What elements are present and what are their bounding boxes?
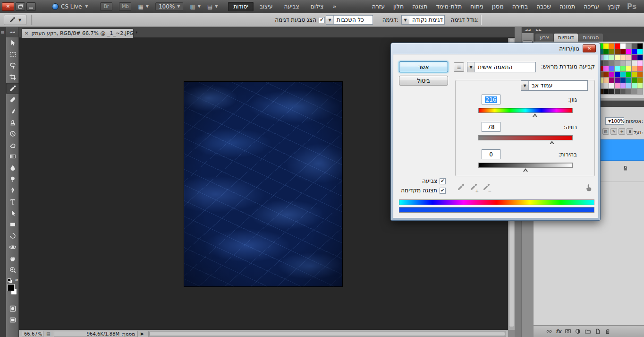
eyedropper-sample-icon[interactable] <box>457 183 466 193</box>
dodge-tool[interactable] <box>6 173 19 185</box>
new-layer-icon[interactable] <box>594 328 601 335</box>
screen-mode-dropdown[interactable]: ▤▼ <box>207 3 218 10</box>
gradient-tool[interactable] <box>6 151 19 162</box>
swatch[interactable] <box>615 66 620 71</box>
ok-button[interactable]: אשר <box>399 61 448 72</box>
layer-style-icon[interactable]: fx <box>556 328 561 335</box>
swatch[interactable] <box>637 72 643 77</box>
default-colors-icon[interactable] <box>8 278 11 282</box>
zoom-level-dropdown[interactable]: 100%▼ <box>155 2 183 11</box>
swatch[interactable] <box>632 89 637 94</box>
swap-colors-icon[interactable]: ⇄ <box>15 278 18 282</box>
swatch[interactable] <box>626 72 631 77</box>
type-tool[interactable] <box>6 196 19 207</box>
swatch[interactable] <box>626 78 631 83</box>
crop-tool[interactable] <box>6 71 19 83</box>
eyedropper-subtract-icon[interactable]: − <box>482 183 491 193</box>
swatch[interactable] <box>615 49 620 54</box>
swatch[interactable] <box>609 72 614 77</box>
swatch[interactable] <box>615 89 620 94</box>
marquee-tool[interactable] <box>6 49 19 60</box>
swatch[interactable] <box>609 43 614 49</box>
sample-size-select[interactable]: ▼ דגימת נקודה <box>401 15 445 25</box>
status-document-sizes[interactable]: מסמך: 964.6K/1.88M <box>54 331 138 337</box>
blur-tool[interactable] <box>6 162 19 173</box>
saturation-input[interactable]: 78 <box>482 122 500 132</box>
status-zoom-field[interactable]: 66.67% <box>22 331 43 337</box>
swatch[interactable] <box>603 78 609 83</box>
swatch[interactable] <box>603 72 609 77</box>
swatch[interactable] <box>609 49 614 54</box>
expand-dock-button[interactable]: ◄◄ <box>522 27 534 33</box>
swatch[interactable] <box>632 60 637 66</box>
swatch[interactable] <box>626 55 631 60</box>
swatch[interactable] <box>620 83 626 88</box>
swatch[interactable] <box>632 49 637 54</box>
workspace-design[interactable]: עיצוב <box>254 2 278 11</box>
link-layers-icon[interactable] <box>546 328 552 335</box>
hue-input[interactable]: 216 <box>482 95 500 104</box>
zoom-tool[interactable] <box>6 264 19 276</box>
swatch[interactable] <box>620 72 626 77</box>
healing-brush-tool[interactable] <box>6 94 19 105</box>
workspace-painting[interactable]: צביעה <box>279 2 304 11</box>
lightness-slider[interactable] <box>478 163 573 168</box>
swatch[interactable] <box>609 60 614 66</box>
delete-layer-icon[interactable] <box>604 328 611 335</box>
swatch[interactable] <box>632 66 637 71</box>
menu-analysis[interactable]: ניתוח <box>466 0 488 12</box>
swatch[interactable] <box>620 43 626 49</box>
hue-slider[interactable] <box>478 108 573 113</box>
swatch[interactable] <box>615 60 620 66</box>
swatch[interactable] <box>603 43 609 49</box>
path-selection-tool[interactable] <box>6 207 19 219</box>
toolbar-collapse-button[interactable]: ◄◄ <box>6 27 18 37</box>
swatch[interactable] <box>632 55 637 60</box>
horizontal-scrollbar[interactable] <box>148 331 506 337</box>
menu-filter[interactable]: מסנן <box>488 0 508 12</box>
swatch[interactable] <box>615 55 620 60</box>
swatch[interactable] <box>637 60 643 66</box>
swatch[interactable] <box>603 49 609 54</box>
swatch[interactable] <box>632 72 637 77</box>
hue-slider-marker[interactable] <box>533 113 537 117</box>
swatch[interactable] <box>603 55 609 60</box>
layer-mask-icon[interactable] <box>565 328 571 335</box>
lasso-tool[interactable] <box>6 60 19 71</box>
swatch[interactable] <box>615 43 620 49</box>
lock-paint-icon[interactable]: ✎ <box>610 128 617 135</box>
preset-options-icon[interactable]: ≣ <box>454 62 464 72</box>
swatch[interactable] <box>632 43 637 49</box>
tool-preset-picker[interactable]: ▼ <box>4 15 26 25</box>
tab-styles[interactable]: סגנונות <box>578 34 603 42</box>
swatch[interactable] <box>615 72 620 77</box>
document-image-blue-leather-texture[interactable] <box>184 81 343 287</box>
swatch[interactable] <box>637 83 643 88</box>
swatch[interactable] <box>620 55 626 60</box>
document-tab[interactable]: ✕ רקע העתק, RGB/8# 66.7% @ _1_~2.JPG * <box>21 28 134 38</box>
menu-window[interactable]: חלון <box>389 0 408 12</box>
pen-tool[interactable] <box>6 185 19 196</box>
swatch[interactable] <box>620 89 626 94</box>
menu-select[interactable]: בחירה <box>508 0 532 12</box>
swatch[interactable] <box>603 60 609 66</box>
cancel-button[interactable]: ביטול <box>399 76 448 86</box>
channel-select[interactable]: ▼ עמוד אב <box>521 80 588 91</box>
menu-edit[interactable]: עריכה <box>579 0 603 12</box>
mini-bridge-button[interactable]: Mb <box>119 2 131 11</box>
swatch[interactable] <box>626 60 631 66</box>
swatch[interactable] <box>626 89 631 94</box>
show-sampling-ring-checkbox-checked[interactable]: ✔ <box>319 17 325 23</box>
arrange-documents-dropdown[interactable]: ▥▼ <box>190 3 201 10</box>
swatch[interactable] <box>620 66 626 71</box>
workspace-overflow-button[interactable]: » <box>332 3 336 10</box>
lock-transparency-icon[interactable]: ▨ <box>602 128 609 135</box>
window-close-button[interactable]: ✕ <box>2 2 14 11</box>
swatch[interactable] <box>637 66 643 71</box>
swatch[interactable] <box>637 78 643 83</box>
colorize-checkbox-checked[interactable]: ✔ <box>440 178 446 184</box>
swatch[interactable] <box>626 49 631 54</box>
rectangle-tool[interactable] <box>6 219 19 230</box>
move-tool[interactable] <box>6 37 19 49</box>
brush-tool[interactable] <box>6 105 19 117</box>
